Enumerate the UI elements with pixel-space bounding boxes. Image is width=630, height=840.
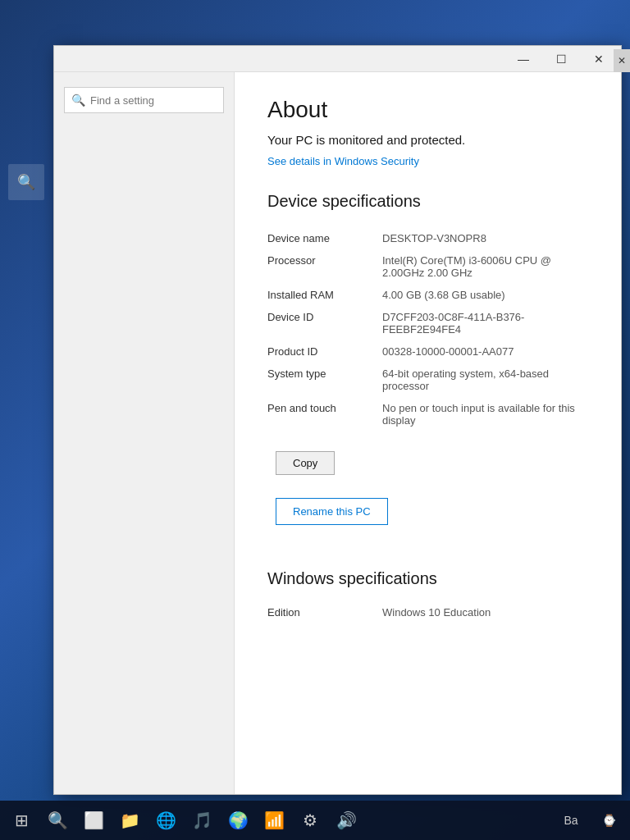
copy-button[interactable]: Copy	[276, 451, 335, 475]
title-bar: — ☐ ✕	[54, 46, 621, 72]
protected-text: Your PC is monitored and protected.	[267, 133, 588, 147]
device-specs-heading: Device specifications	[267, 192, 588, 211]
signal-icon: 📶	[256, 802, 292, 838]
notification-icon[interactable]: Ba	[553, 802, 589, 838]
spec-label: Pen and touch	[267, 397, 382, 431]
task-view-button[interactable]: ⬜	[75, 802, 112, 838]
minimize-button[interactable]: —	[504, 46, 542, 72]
spec-value: 4.00 GB (3.68 GB usable)	[382, 284, 588, 306]
volume-button[interactable]: 🔊	[328, 802, 364, 838]
spec-value: No pen or touch input is available for t…	[382, 397, 588, 431]
edge-close-button[interactable]: ✕	[614, 49, 630, 72]
maximize-button[interactable]: ☐	[542, 46, 580, 72]
chrome-button[interactable]: 🌍	[220, 802, 256, 838]
edge-close-icon: ✕	[618, 55, 626, 66]
file-explorer-button[interactable]: 📁	[112, 802, 148, 838]
win-spec-value: Windows 10 Education	[382, 601, 588, 623]
sidebar-search-input[interactable]	[90, 94, 217, 107]
win-spec-label: Edition	[267, 601, 382, 623]
settings-window: — ☐ ✕ 🔍 About Your PC is monitored and p…	[53, 45, 622, 795]
spec-label: Device ID	[267, 306, 382, 340]
security-link[interactable]: See details in Windows Security	[267, 155, 419, 167]
settings-button[interactable]: ⚙	[292, 802, 328, 838]
page-title: About	[267, 97, 588, 123]
spec-value: Intel(R) Core(TM) i3-6006U CPU @ 2.00GHz…	[382, 249, 588, 284]
spec-value: 64-bit operating system, x64-based proce…	[382, 363, 588, 397]
spec-value: D7CFF203-0C8F-411A-B376-FEEBF2E94FE4	[382, 306, 588, 340]
spec-value: 00328-10000-00001-AA077	[382, 340, 588, 363]
taskbar-right: Ba ⌚	[553, 802, 627, 838]
content-area: About Your PC is monitored and protected…	[235, 72, 621, 794]
media-button[interactable]: 🎵	[184, 802, 220, 838]
settings-sidebar: 🔍	[54, 72, 235, 794]
close-button[interactable]: ✕	[580, 46, 618, 72]
rename-pc-button[interactable]: Rename this PC	[276, 498, 388, 525]
start-button[interactable]: ⊞	[3, 802, 39, 838]
table-row: Device ID D7CFF203-0C8F-411A-B376-FEEBF2…	[267, 306, 588, 340]
taskbar: ⊞ 🔍 ⬜ 📁 🌐 🎵 🌍 📶 ⚙ 🔊 Ba ⌚	[0, 801, 630, 840]
settings-body: 🔍 About Your PC is monitored and protect…	[54, 72, 621, 794]
spec-label: System type	[267, 363, 382, 397]
spec-label: Processor	[267, 249, 382, 284]
table-row: Pen and touch No pen or touch input is a…	[267, 397, 588, 431]
device-specs-table: Device name DESKTOP-V3NOPR8 Processor In…	[267, 227, 588, 431]
sidebar-search-box[interactable]: 🔍	[64, 87, 224, 113]
table-row: Processor Intel(R) Core(TM) i3-6006U CPU…	[267, 249, 588, 284]
table-row: Device name DESKTOP-V3NOPR8	[267, 227, 588, 249]
spec-label: Product ID	[267, 340, 382, 363]
spec-label: Device name	[267, 227, 382, 249]
spec-value: DESKTOP-V3NOPR8	[382, 227, 588, 249]
desktop-search-icon[interactable]: 🔍	[8, 164, 44, 200]
table-row: Installed RAM 4.00 GB (3.68 GB usable)	[267, 284, 588, 306]
table-row: System type 64-bit operating system, x64…	[267, 363, 588, 397]
table-row: Edition Windows 10 Education	[267, 601, 588, 623]
windows-specs-table: Edition Windows 10 Education	[267, 601, 588, 623]
system-tray[interactable]: ⌚	[591, 802, 627, 838]
edge-button[interactable]: 🌐	[148, 802, 184, 838]
sidebar-search-icon: 🔍	[71, 94, 85, 107]
spec-label: Installed RAM	[267, 284, 382, 306]
table-row: Product ID 00328-10000-00001-AA077	[267, 340, 588, 363]
windows-specs-heading: Windows specifications	[267, 569, 588, 588]
taskbar-search[interactable]: 🔍	[39, 802, 75, 838]
search-icon: 🔍	[17, 173, 35, 191]
